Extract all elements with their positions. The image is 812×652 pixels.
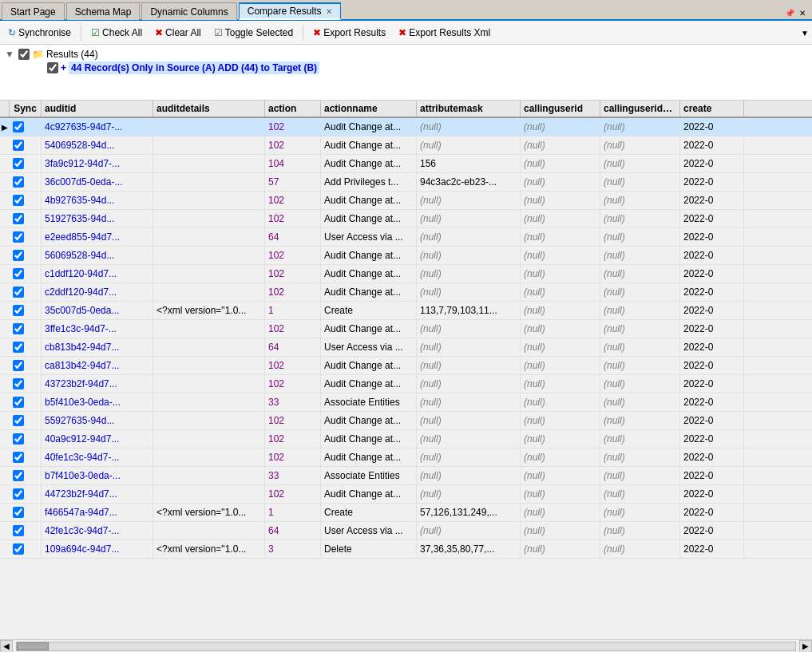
scroll-left-icon[interactable]: ◀ bbox=[0, 640, 13, 653]
toggle-selected-button[interactable]: ☑ Toggle Selected bbox=[209, 26, 298, 40]
sync-cell[interactable] bbox=[10, 522, 42, 539]
sync-checkbox[interactable] bbox=[13, 433, 24, 445]
sync-checkbox[interactable] bbox=[13, 342, 24, 353]
tab-schema-map[interactable]: Schema Map bbox=[66, 2, 141, 20]
sync-cell[interactable] bbox=[10, 265, 42, 283]
sync-checkbox[interactable] bbox=[13, 250, 24, 261]
tab-close-icon[interactable]: ✕ bbox=[326, 7, 332, 16]
sync-cell[interactable] bbox=[10, 338, 42, 356]
header-actionname[interactable]: actionname bbox=[321, 101, 417, 117]
header-sync[interactable]: Sync bbox=[10, 101, 42, 117]
sync-cell[interactable] bbox=[10, 412, 42, 429]
sync-checkbox[interactable] bbox=[13, 195, 24, 206]
sync-cell[interactable] bbox=[10, 173, 42, 191]
sync-checkbox[interactable] bbox=[13, 305, 24, 316]
export-results-xml-button[interactable]: ✖ Export Results Xml bbox=[394, 26, 495, 40]
table-row[interactable]: 3fa9c912-94d7-...104Audit Change at...15… bbox=[0, 155, 812, 173]
sync-cell[interactable] bbox=[10, 467, 42, 484]
clear-all-button[interactable]: ✖ Clear All bbox=[150, 26, 206, 40]
grid-body[interactable]: ▶4c927635-94d7-...102Audit Change at...(… bbox=[0, 118, 812, 639]
sync-cell[interactable] bbox=[10, 504, 42, 521]
sync-cell[interactable] bbox=[10, 430, 42, 448]
table-row[interactable]: c1ddf120-94d7...102Audit Change at...(nu… bbox=[0, 265, 812, 283]
sync-checkbox[interactable] bbox=[13, 213, 24, 224]
sync-checkbox[interactable] bbox=[13, 121, 24, 132]
table-row[interactable]: e2eed855-94d7...64User Access via ...(nu… bbox=[0, 228, 812, 247]
table-row[interactable]: 40fe1c3c-94d7-...102Audit Change at...(n… bbox=[0, 448, 812, 467]
table-row[interactable]: ▶4c927635-94d7-...102Audit Change at...(… bbox=[0, 118, 812, 136]
header-attributemask[interactable]: attributemask bbox=[417, 101, 521, 117]
header-auditdetails[interactable]: auditdetails bbox=[153, 101, 265, 117]
header-action[interactable]: action bbox=[265, 101, 321, 117]
table-row[interactable]: 35c007d5-0eda...<?xml version="1.0...1Cr… bbox=[0, 302, 812, 320]
sync-checkbox[interactable] bbox=[13, 507, 24, 518]
sync-checkbox[interactable] bbox=[13, 286, 24, 298]
table-row[interactable]: cb813b42-94d7...64User Access via ...(nu… bbox=[0, 338, 812, 357]
sync-checkbox[interactable] bbox=[13, 268, 24, 279]
sync-cell[interactable] bbox=[10, 283, 42, 301]
header-callinguserid[interactable]: callinguserid bbox=[521, 101, 600, 117]
sync-checkbox[interactable] bbox=[13, 452, 24, 463]
table-row[interactable]: 109a694c-94d7...<?xml version="1.0...3De… bbox=[0, 540, 812, 559]
sync-cell[interactable] bbox=[10, 375, 42, 393]
sync-checkbox[interactable] bbox=[13, 360, 24, 371]
sync-cell[interactable] bbox=[10, 393, 42, 411]
table-row[interactable]: b7f410e3-0eda-...33Associate Entities(nu… bbox=[0, 467, 812, 485]
header-create[interactable]: create bbox=[680, 101, 744, 117]
table-row[interactable]: 51927635-94d...102Audit Change at...(nul… bbox=[0, 210, 812, 228]
sync-checkbox[interactable] bbox=[13, 543, 24, 555]
window-close-icon[interactable]: ✕ bbox=[796, 6, 809, 19]
sync-cell[interactable] bbox=[10, 210, 42, 227]
sync-cell[interactable] bbox=[10, 118, 42, 136]
tree-child-checkbox[interactable] bbox=[47, 62, 58, 73]
table-row[interactable]: b5f410e3-0eda-...33Associate Entities(nu… bbox=[0, 393, 812, 412]
sync-checkbox[interactable] bbox=[13, 323, 24, 334]
tree-root-checkbox[interactable] bbox=[18, 49, 30, 60]
tree-root-expand[interactable]: ▼ bbox=[5, 49, 16, 60]
tab-compare-results[interactable]: Compare Results ✕ bbox=[239, 2, 342, 20]
scrollbar-thumb[interactable] bbox=[17, 642, 49, 650]
synchronise-button[interactable]: ↻ Synchronise bbox=[3, 26, 76, 40]
scrollbar-track[interactable] bbox=[16, 642, 796, 651]
sync-checkbox[interactable] bbox=[13, 470, 24, 481]
header-callinguseridname[interactable]: callinguseridname bbox=[600, 101, 680, 117]
table-row[interactable]: 42fe1c3c-94d7-...64User Access via ...(n… bbox=[0, 522, 812, 540]
table-row[interactable]: 44723b2f-94d7...102Audit Change at...(nu… bbox=[0, 485, 812, 504]
sync-checkbox[interactable] bbox=[13, 378, 24, 389]
table-row[interactable]: 43723b2f-94d7...102Audit Change at...(nu… bbox=[0, 375, 812, 393]
sync-cell[interactable] bbox=[10, 247, 42, 264]
sync-checkbox[interactable] bbox=[13, 488, 24, 500]
table-row[interactable]: 40a9c912-94d7...102Audit Change at...(nu… bbox=[0, 430, 812, 448]
sync-checkbox[interactable] bbox=[13, 415, 24, 426]
horizontal-scrollbar[interactable]: ◀ ▶ bbox=[0, 639, 812, 652]
tree-child-expand[interactable] bbox=[34, 62, 45, 73]
check-all-button[interactable]: ☑ Check All bbox=[86, 26, 147, 40]
sync-cell[interactable] bbox=[10, 228, 42, 246]
sync-checkbox[interactable] bbox=[13, 397, 24, 408]
sync-checkbox[interactable] bbox=[13, 231, 24, 243]
sync-checkbox[interactable] bbox=[13, 140, 24, 151]
dropdown-arrow-icon[interactable]: ▼ bbox=[801, 29, 809, 38]
table-row[interactable]: 36c007d5-0eda-...57Add Privileges t...94… bbox=[0, 173, 812, 192]
header-auditid[interactable]: auditid bbox=[42, 101, 153, 117]
sync-cell[interactable] bbox=[10, 136, 42, 154]
tab-start-page[interactable]: Start Page bbox=[2, 2, 65, 20]
table-row[interactable]: ca813b42-94d7...102Audit Change at...(nu… bbox=[0, 357, 812, 375]
sync-cell[interactable] bbox=[10, 448, 42, 466]
sync-cell[interactable] bbox=[10, 320, 42, 338]
sync-cell[interactable] bbox=[10, 155, 42, 172]
table-row[interactable]: 4b927635-94d...102Audit Change at...(nul… bbox=[0, 192, 812, 210]
table-row[interactable]: 3ffe1c3c-94d7-...102Audit Change at...(n… bbox=[0, 320, 812, 338]
sync-checkbox[interactable] bbox=[13, 158, 24, 169]
sync-cell[interactable] bbox=[10, 357, 42, 374]
scroll-right-icon[interactable]: ▶ bbox=[799, 640, 812, 653]
export-results-button[interactable]: ✖ Export Results bbox=[308, 26, 390, 40]
table-row[interactable]: f466547a-94d7...<?xml version="1.0...1Cr… bbox=[0, 504, 812, 522]
table-row[interactable]: 54069528-94d...102Audit Change at...(nul… bbox=[0, 136, 812, 155]
sync-cell[interactable] bbox=[10, 485, 42, 503]
sync-checkbox[interactable] bbox=[13, 176, 24, 188]
table-row[interactable]: c2ddf120-94d7...102Audit Change at...(nu… bbox=[0, 283, 812, 302]
sync-checkbox[interactable] bbox=[13, 525, 24, 536]
window-pin-icon[interactable]: 📌 bbox=[783, 6, 796, 19]
sync-cell[interactable] bbox=[10, 540, 42, 558]
